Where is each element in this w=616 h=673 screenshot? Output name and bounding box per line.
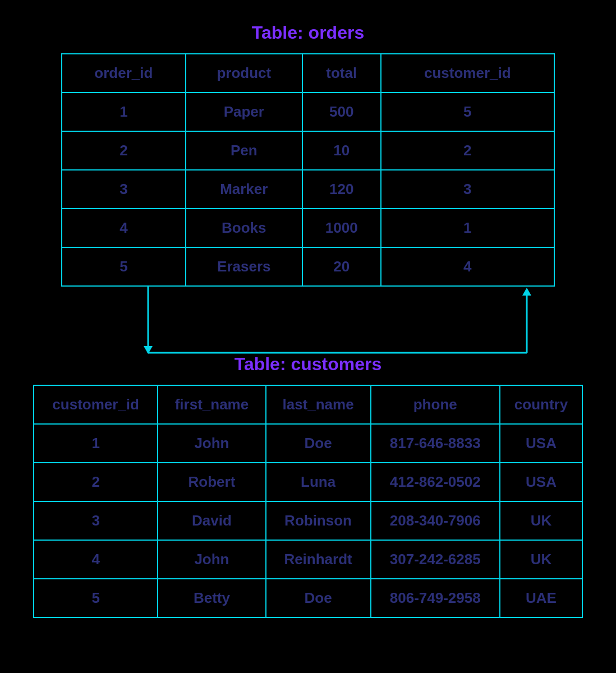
orders-cell-4-2: 20 [302,247,381,286]
orders-cell-1-0: 2 [62,131,186,170]
orders-cell-2-0: 3 [62,170,186,209]
orders-row-2: 3Marker1203 [62,170,554,209]
customers-cell-1-4: USA [500,463,582,501]
customers-cell-2-3: 208-340-7906 [371,501,500,540]
customers-row-4: 5BettyDoe806-749-2958UAE [34,579,582,617]
orders-cell-0-3: 5 [381,93,554,131]
orders-cell-1-2: 10 [302,131,381,170]
customers-col-last-name: last_name [266,385,371,424]
orders-cell-4-1: Erasers [186,247,302,286]
customers-table-title: Table: customers [235,354,382,375]
orders-cell-4-0: 5 [62,247,186,286]
customers-cell-4-3: 806-749-2958 [371,579,500,617]
page-container: Table: orders order_id product total cus… [33,22,583,618]
orders-col-total: total [302,54,381,93]
orders-row-3: 4Books10001 [62,209,554,247]
customers-cell-1-3: 412-862-0502 [371,463,500,501]
customers-cell-1-2: Luna [266,463,371,501]
customers-cell-2-4: UK [500,501,582,540]
customers-row-3: 4JohnReinhardt307-242-6285UK [34,540,582,579]
orders-cell-2-1: Marker [186,170,302,209]
orders-cell-3-1: Books [186,209,302,247]
orders-col-product: product [186,54,302,93]
customers-cell-0-4: USA [500,424,582,463]
orders-row-1: 2Pen102 [62,131,554,170]
customers-table: customer_id first_name last_name phone c… [33,385,583,618]
orders-cell-0-0: 1 [62,93,186,131]
orders-cell-3-3: 1 [381,209,554,247]
orders-cell-0-1: Paper [186,93,302,131]
orders-cell-4-3: 4 [381,247,554,286]
orders-col-customer-id: customer_id [381,54,554,93]
svg-marker-1 [522,288,531,296]
orders-cell-2-3: 3 [381,170,554,209]
customers-cell-4-2: Doe [266,579,371,617]
customers-cell-1-1: Robert [158,463,265,501]
customers-cell-3-2: Reinhardt [266,540,371,579]
customers-row-1: 2RobertLuna412-862-0502USA [34,463,582,501]
customers-header-row: customer_id first_name last_name phone c… [34,385,582,424]
orders-header-row: order_id product total customer_id [62,54,554,93]
orders-cell-2-2: 120 [302,170,381,209]
customers-cell-1-0: 2 [34,463,158,501]
orders-cell-0-2: 500 [302,93,381,131]
connector-arrow [61,287,555,354]
customers-cell-0-3: 817-646-8833 [371,424,500,463]
customers-cell-2-0: 3 [34,501,158,540]
customers-cell-3-1: John [158,540,265,579]
customers-cell-3-0: 4 [34,540,158,579]
customers-cell-3-4: UK [500,540,582,579]
orders-row-4: 5Erasers204 [62,247,554,286]
customers-section: Table: customers customer_id first_name … [33,354,583,618]
orders-col-order-id: order_id [62,54,186,93]
customers-row-0: 1JohnDoe817-646-8833USA [34,424,582,463]
customers-cell-3-3: 307-242-6285 [371,540,500,579]
orders-table: order_id product total customer_id 1Pape… [61,53,555,287]
customers-cell-4-0: 5 [34,579,158,617]
customers-cell-0-0: 1 [34,424,158,463]
customers-cell-4-1: Betty [158,579,265,617]
orders-cell-3-2: 1000 [302,209,381,247]
customers-col-first-name: first_name [158,385,265,424]
customers-col-phone: phone [371,385,500,424]
orders-row-0: 1Paper5005 [62,93,554,131]
orders-cell-1-3: 2 [381,131,554,170]
orders-cell-1-1: Pen [186,131,302,170]
customers-col-customer-id: customer_id [34,385,158,424]
customers-cell-4-4: UAE [500,579,582,617]
orders-table-title: Table: orders [252,22,364,43]
customers-cell-2-1: David [158,501,265,540]
customers-col-country: country [500,385,582,424]
customers-cell-0-1: John [158,424,265,463]
customers-cell-2-2: Robinson [266,501,371,540]
customers-cell-0-2: Doe [266,424,371,463]
customers-row-2: 3DavidRobinson208-340-7906UK [34,501,582,540]
orders-cell-3-0: 4 [62,209,186,247]
connector-area [61,287,555,354]
